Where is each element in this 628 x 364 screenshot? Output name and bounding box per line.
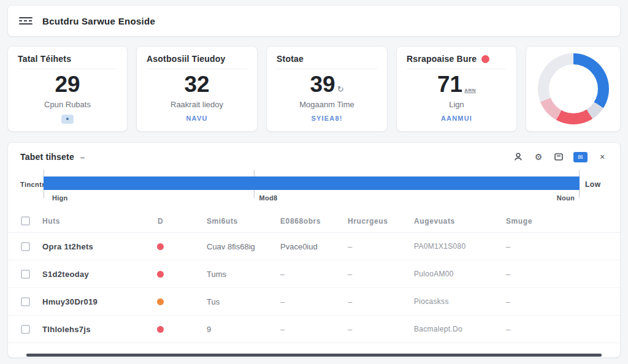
cell: – bbox=[280, 297, 348, 306]
stats-row: Tatal Téihets 29 Cpun Rubats Asotbosiil … bbox=[7, 46, 621, 132]
row-checkbox[interactable] bbox=[21, 325, 30, 334]
stat-value: 71ARN bbox=[407, 73, 507, 97]
row-checkbox[interactable] bbox=[21, 242, 30, 251]
column-header: Smuge bbox=[506, 217, 620, 226]
dropdown-caret-icon[interactable]: – bbox=[80, 153, 85, 162]
cell: – bbox=[506, 325, 620, 334]
stat-subtitle: Cpun Rubats bbox=[18, 100, 117, 109]
table-row[interactable]: Tlhlolehs7js 9 – – Bacmalept.Do – bbox=[8, 316, 620, 343]
close-icon[interactable]: × bbox=[597, 151, 608, 162]
stat-footer-link[interactable]: AANMUI bbox=[407, 115, 507, 122]
menu-list-icon[interactable] bbox=[19, 17, 33, 25]
status-cell: Cuav 8fis68ig bbox=[207, 242, 280, 251]
table-row[interactable]: Opra 1t2hets Cuav 8fis68ig Pvace0iud – P… bbox=[8, 233, 620, 260]
status-cell: Tums bbox=[207, 270, 280, 279]
ticket-title: Hmuy30Dr019 bbox=[42, 297, 154, 306]
priority-badge bbox=[157, 326, 164, 333]
tickets-panel: Tabet tihsete – ⚙ ✉ × Tincntr bbox=[7, 142, 621, 358]
stat-title: Tatal Téihets bbox=[18, 54, 71, 64]
cell: Pvace0iud bbox=[280, 242, 348, 251]
cell: – bbox=[506, 297, 620, 306]
stat-subtitle: Lign bbox=[407, 100, 507, 109]
gear-icon[interactable]: ⚙ bbox=[533, 151, 544, 162]
column-header: Augevuats bbox=[414, 217, 506, 226]
row-checkbox[interactable] bbox=[21, 270, 30, 279]
slider-track: Hign Mod8 Noun bbox=[44, 171, 580, 207]
column-header: D bbox=[154, 217, 207, 226]
priority-badge bbox=[157, 298, 164, 305]
donut-card bbox=[526, 46, 621, 132]
slider-tick-label: Mod8 bbox=[259, 194, 277, 202]
table-row[interactable]: S1d2teoday Tums – – PulooAM00 – bbox=[8, 260, 620, 288]
stat-number: 71 bbox=[437, 72, 462, 97]
stat-title: Rsrapoaise Bure bbox=[407, 54, 477, 64]
priority-badge bbox=[157, 243, 164, 250]
page-title: Bcutdru Sarwue Enoside bbox=[42, 16, 155, 26]
ticket-title: S1d2teoday bbox=[42, 270, 154, 279]
dashboard-page: Bcutdru Sarwue Enoside Tatal Téihets 29 … bbox=[0, 0, 628, 364]
stat-number: 39 bbox=[310, 72, 335, 97]
column-header: E0868obrs bbox=[280, 217, 348, 226]
ticket-title: Tlhlolehs7js bbox=[42, 325, 154, 334]
column-header: Hrucrgeus bbox=[348, 217, 414, 226]
panel-title: Tabet tihsete bbox=[20, 152, 74, 162]
stat-value: 39↻ bbox=[277, 73, 377, 97]
donut-chart bbox=[538, 53, 609, 124]
cell: – bbox=[348, 325, 414, 334]
cell: – bbox=[348, 297, 414, 306]
table-header-row: Huts D Smi6uts E0868obrs Hrucrgeus Augev… bbox=[8, 210, 620, 233]
cell-code: Bacmalept.Do bbox=[414, 325, 506, 333]
row-checkbox[interactable] bbox=[21, 297, 30, 306]
table-row[interactable]: Hmuy30Dr019 Tus – – Piocaskss – bbox=[8, 288, 620, 316]
stat-title: Stotae bbox=[277, 54, 304, 64]
stat-footer-link[interactable]: SYIEA8! bbox=[277, 115, 377, 122]
stat-title: Asotbosiil Tieudoy bbox=[147, 54, 226, 64]
column-header: Smi6uts bbox=[207, 217, 280, 226]
priority-badge bbox=[157, 271, 164, 278]
slider-tick-label: Noun bbox=[557, 194, 575, 202]
stat-subtitle: Mogaanm Time bbox=[277, 100, 377, 109]
slider-right-label: Low bbox=[580, 180, 608, 189]
user-icon[interactable] bbox=[513, 151, 524, 162]
status-cell: 9 bbox=[207, 325, 280, 334]
top-header-bar: Bcutdru Sarwue Enoside bbox=[7, 5, 621, 37]
cell: – bbox=[348, 270, 414, 279]
cell: – bbox=[506, 242, 620, 251]
refresh-icon: ↻ bbox=[337, 85, 344, 94]
stat-card-resolved: Asotbosiil Tieudoy 32 Raakrait liedoy NA… bbox=[136, 46, 258, 132]
stat-subtitle: Raakrait liedoy bbox=[147, 100, 247, 109]
mail-button-icon[interactable]: ✉ bbox=[573, 152, 588, 162]
slider-tick-label: Hign bbox=[52, 194, 68, 202]
stat-footer-link[interactable]: NAVU bbox=[147, 115, 247, 122]
cell: – bbox=[280, 325, 348, 334]
archive-icon[interactable] bbox=[553, 151, 564, 162]
cell-code: Piocaskss bbox=[414, 297, 506, 306]
priority-slider-bar[interactable] bbox=[44, 176, 580, 190]
column-header: Huts bbox=[42, 217, 154, 226]
stat-value: 29 bbox=[18, 73, 117, 97]
donut-hole bbox=[549, 64, 598, 113]
cell: – bbox=[280, 270, 348, 279]
status-dot bbox=[481, 55, 489, 63]
panel-header: Tabet tihsete – ⚙ ✉ × bbox=[8, 143, 620, 166]
stat-card-response: Rsrapoaise Bure 71ARN Lign AANMUI bbox=[396, 46, 517, 132]
cell-code: PulooAM00 bbox=[414, 270, 506, 278]
cell: – bbox=[348, 242, 414, 251]
unit-label: ARN bbox=[464, 88, 476, 93]
stat-value: 32 bbox=[147, 73, 247, 97]
status-cell: Tus bbox=[207, 297, 280, 306]
ticket-title: Opra 1t2hets bbox=[42, 242, 154, 251]
cell-code: PA0M1X1S080 bbox=[414, 242, 506, 251]
stat-card-total-tickets: Tatal Téihets 29 Cpun Rubats bbox=[7, 46, 128, 132]
priority-slider-section: Tincntr Hign Mod8 Noun Low bbox=[8, 166, 620, 207]
select-all-checkbox[interactable] bbox=[21, 216, 30, 226]
tickets-table: Huts D Smi6uts E0868obrs Hrucrgeus Augev… bbox=[8, 210, 620, 343]
slider-left-label: Tincntr bbox=[20, 181, 44, 188]
info-icon[interactable] bbox=[61, 115, 74, 124]
panel-toolbar: ⚙ ✉ × bbox=[513, 151, 608, 162]
horizontal-scrollbar[interactable] bbox=[26, 354, 602, 357]
cell: – bbox=[506, 270, 620, 279]
stat-card-status: Stotae 39↻ Mogaanm Time SYIEA8! bbox=[266, 46, 388, 132]
